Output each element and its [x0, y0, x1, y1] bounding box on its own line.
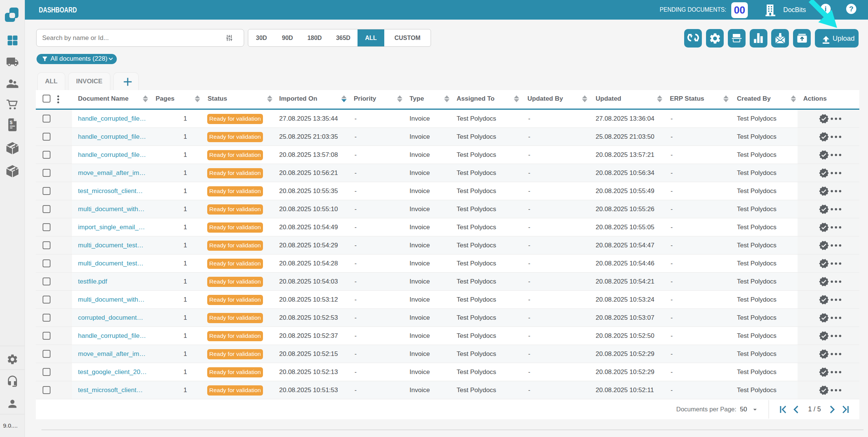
svg-text:$: $: [9, 120, 12, 125]
